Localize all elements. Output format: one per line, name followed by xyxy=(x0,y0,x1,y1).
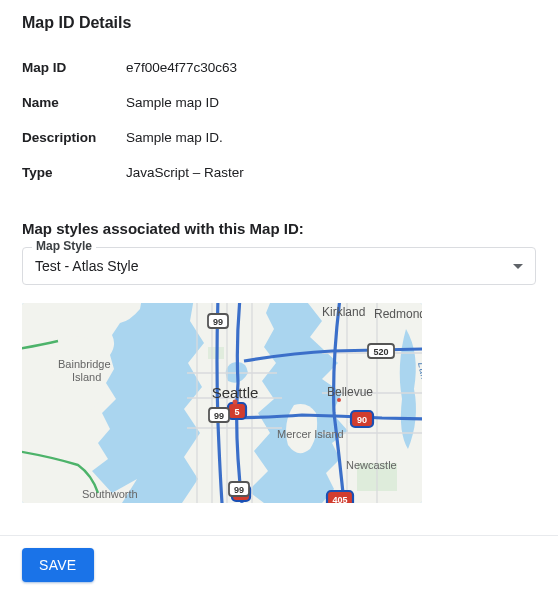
map-label-southworth: Southworth xyxy=(82,488,138,500)
detail-row-type: Type JavaScript – Raster xyxy=(22,155,536,190)
map-style-selected-value: Test - Atlas Style xyxy=(35,258,138,274)
map-style-select[interactable]: Map Style Test - Atlas Style xyxy=(22,247,536,285)
map-label-bellevue: Bellevue xyxy=(327,385,373,399)
detail-row-description: Description Sample map ID. xyxy=(22,120,536,155)
map-preview: 5 5 90 405 520 99 99 99 Seattle Bellevue… xyxy=(22,303,422,503)
svg-point-23 xyxy=(337,398,341,402)
save-button[interactable]: SAVE xyxy=(22,548,94,582)
shield-i5: 5 xyxy=(234,407,239,417)
shield-520: 520 xyxy=(373,347,388,357)
map-label-mercer: Mercer Island xyxy=(277,428,344,440)
chevron-down-icon xyxy=(513,264,523,269)
name-value: Sample map ID xyxy=(126,95,219,110)
map-label-redmond: Redmond xyxy=(374,307,422,321)
map-label-newcastle: Newcastle xyxy=(346,459,397,471)
description-value: Sample map ID. xyxy=(126,130,223,145)
map-label-seattle: Seattle xyxy=(212,384,259,401)
svg-point-22 xyxy=(233,400,238,405)
page-title: Map ID Details xyxy=(22,14,536,32)
map-label-kirkland: Kirkland xyxy=(322,305,365,319)
shield-99a: 99 xyxy=(213,317,223,327)
map-style-legend: Map Style xyxy=(32,239,96,253)
type-value: JavaScript – Raster xyxy=(126,165,244,180)
map-label-bainbridge2: Island xyxy=(72,371,101,383)
name-label: Name xyxy=(22,95,126,110)
detail-row-name: Name Sample map ID xyxy=(22,85,536,120)
type-label: Type xyxy=(22,165,126,180)
footer-bar: SAVE xyxy=(0,535,558,596)
map-id-label: Map ID xyxy=(22,60,126,75)
shield-405: 405 xyxy=(332,495,347,503)
shield-i90: 90 xyxy=(357,415,367,425)
description-label: Description xyxy=(22,130,126,145)
shield-99b: 99 xyxy=(214,411,224,421)
detail-row-map-id: Map ID e7f00e4f77c30c63 xyxy=(22,50,536,85)
map-styles-heading: Map styles associated with this Map ID: xyxy=(22,220,536,237)
map-label-bainbridge1: Bainbridge xyxy=(58,358,111,370)
shield-99c: 99 xyxy=(234,485,244,495)
map-id-value: e7f00e4f77c30c63 xyxy=(126,60,237,75)
